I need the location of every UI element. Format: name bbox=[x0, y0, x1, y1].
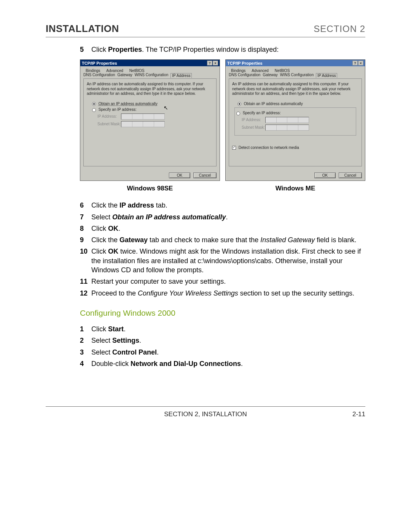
step-text: Select Obtain an IP address automaticall… bbox=[91, 212, 365, 222]
tab-gateway[interactable]: Gateway bbox=[117, 73, 132, 78]
detect-checkbox[interactable] bbox=[232, 146, 236, 150]
radio-specify-ip-label-me: Specify an IP address: bbox=[243, 111, 281, 115]
instruction-step: 11Restart your computer to save your set… bbox=[80, 277, 365, 286]
caption-me: Windows ME bbox=[225, 185, 365, 192]
radio-obtain-ip-me[interactable] bbox=[237, 102, 241, 106]
subnet-mask-label: Subnet Mask: bbox=[97, 122, 121, 126]
tab-advanced[interactable]: Advanced bbox=[106, 69, 123, 73]
close-icon-me[interactable]: × bbox=[358, 61, 363, 66]
step-text: Select Settings. bbox=[91, 336, 365, 345]
help-icon[interactable]: ? bbox=[207, 61, 212, 66]
step-number: 10 bbox=[80, 247, 91, 275]
ip-address-input-me bbox=[265, 117, 309, 123]
step-number: 3 bbox=[80, 348, 91, 357]
tab-netbios-me[interactable]: NetBIOS bbox=[275, 69, 290, 73]
footer-center: SECTION 2, INSTALLATION bbox=[84, 411, 327, 418]
dialog-titlebar-me: TCP/IP Properties ? × bbox=[226, 60, 365, 66]
header-title-right: SECTION 2 bbox=[314, 24, 365, 34]
subnet-mask-label-me: Subnet Mask: bbox=[242, 125, 265, 129]
subnet-mask-input-me bbox=[265, 125, 309, 131]
tab-wins[interactable]: WINS Configuration bbox=[135, 73, 168, 78]
tab-netbios[interactable]: NetBIOS bbox=[129, 69, 144, 73]
tab-dns[interactable]: DNS Configuration bbox=[83, 73, 115, 78]
instruction-step: 5Click Properties. The TCP/IP Properties… bbox=[80, 45, 365, 54]
step-text: Click Properties. The TCP/IP Properties … bbox=[91, 45, 365, 54]
subheading-win2000: Configuring Windows 2000 bbox=[80, 308, 365, 318]
cancel-button[interactable]: Cancel bbox=[193, 173, 217, 178]
step-number: 9 bbox=[80, 235, 91, 244]
radio-specify-ip-label: Specify an IP address: bbox=[99, 107, 137, 112]
step-number: 11 bbox=[80, 277, 91, 286]
dialog-title-text-me: TCP/IP Properties bbox=[227, 61, 263, 66]
step-number: 4 bbox=[80, 359, 91, 368]
tab-dns-me[interactable]: DNS Configuration bbox=[229, 73, 260, 78]
close-icon[interactable]: × bbox=[213, 61, 218, 66]
tab-wins-me[interactable]: WINS Configuration bbox=[280, 73, 314, 78]
ip-address-label: IP Address: bbox=[97, 114, 121, 118]
step-number: 1 bbox=[80, 324, 91, 334]
footer-rule bbox=[46, 406, 365, 407]
radio-obtain-ip-label: Obtain an IP address automatically bbox=[99, 102, 158, 106]
step-text: Proceed to the Configure Your Wireless S… bbox=[91, 289, 365, 298]
instruction-step: 3Select Control Panel. bbox=[80, 348, 365, 357]
instruction-step: 4Double-click Network and Dial-Up Connec… bbox=[80, 359, 365, 368]
step-text: Click the Gateway tab and check to make … bbox=[91, 235, 365, 244]
step-text: Click the IP address tab. bbox=[91, 201, 365, 210]
step-number: 6 bbox=[80, 201, 91, 210]
header-rule bbox=[46, 37, 365, 37]
step-number: 7 bbox=[80, 212, 91, 222]
instruction-step: 6Click the IP address tab. bbox=[80, 201, 365, 210]
step-text: Double-click Network and Dial-Up Connect… bbox=[91, 359, 365, 368]
instruction-step: 8Click OK. bbox=[80, 224, 365, 233]
step-text: Click OK. bbox=[91, 224, 365, 233]
step-text: Click OK twice. Windows might ask for th… bbox=[91, 247, 365, 275]
step-text: Select Control Panel. bbox=[91, 348, 365, 357]
tab-advanced-me[interactable]: Advanced bbox=[252, 69, 268, 73]
step-text: Restart your computer to save your setti… bbox=[91, 277, 365, 286]
radio-specify-ip-me[interactable] bbox=[236, 112, 240, 115]
tcpip-dialog-98se: TCP/IP Properties ? × Bindings Advanced … bbox=[80, 59, 220, 181]
ip-address-label-me: IP Address: bbox=[242, 118, 265, 122]
header-title-left: INSTALLATION bbox=[46, 23, 119, 35]
instruction-step: 12Proceed to the Configure Your Wireless… bbox=[80, 289, 365, 298]
step-number: 12 bbox=[80, 289, 91, 298]
dialog-hint-text: An IP address can be automatically assig… bbox=[87, 82, 213, 96]
step-text: Click Start. bbox=[91, 324, 365, 334]
ok-button[interactable]: OK bbox=[169, 173, 190, 178]
instruction-step: 2Select Settings. bbox=[80, 336, 365, 345]
instruction-step: 9Click the Gateway tab and check to make… bbox=[80, 235, 365, 244]
ip-address-input bbox=[121, 113, 165, 120]
detect-label: Detect connection to network media bbox=[239, 145, 299, 150]
dialog-title-text: TCP/IP Properties bbox=[82, 61, 117, 66]
caption-98se: Windows 98SE bbox=[80, 185, 220, 192]
dialog-hint-text-me: An IP address can be automatically assig… bbox=[232, 82, 358, 96]
tcpip-dialog-me: TCP/IP Properties ? × Bindings Advanced … bbox=[225, 59, 365, 181]
tab-gateway-me[interactable]: Gateway bbox=[263, 73, 277, 78]
radio-obtain-ip[interactable] bbox=[92, 102, 96, 106]
cursor-icon: ↖ bbox=[164, 105, 168, 111]
tab-ipaddress-me[interactable]: IP Address bbox=[316, 73, 337, 78]
footer-page-number: 2-11 bbox=[327, 411, 365, 418]
ok-button-me[interactable]: OK bbox=[314, 173, 336, 178]
tab-bindings-me[interactable]: Bindings bbox=[231, 69, 245, 73]
help-icon-me[interactable]: ? bbox=[352, 61, 358, 66]
subnet-mask-input bbox=[121, 121, 165, 127]
step-number: 2 bbox=[80, 336, 91, 345]
tab-ipaddress[interactable]: IP Address bbox=[170, 73, 192, 78]
instruction-step: 10Click OK twice. Windows might ask for … bbox=[80, 247, 365, 275]
step-number: 5 bbox=[80, 45, 91, 54]
instruction-step: 7Select Obtain an IP address automatical… bbox=[80, 212, 365, 222]
step-number: 8 bbox=[80, 224, 91, 233]
tab-bindings[interactable]: Bindings bbox=[86, 69, 100, 73]
dialog-titlebar: TCP/IP Properties ? × bbox=[80, 60, 220, 66]
instruction-step: 1Click Start. bbox=[80, 324, 365, 334]
cancel-button-me[interactable]: Cancel bbox=[339, 173, 362, 178]
radio-obtain-ip-label-me: Obtain an IP address automatically bbox=[244, 102, 303, 106]
radio-specify-ip[interactable] bbox=[92, 108, 96, 112]
